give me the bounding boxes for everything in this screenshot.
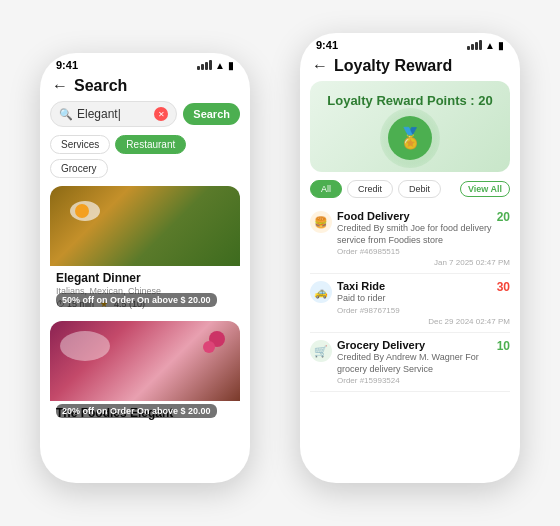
tx-order-taxi: Order #98767159 (337, 306, 400, 315)
search-input[interactable]: Elegant| (77, 107, 150, 121)
signal-icon (197, 60, 212, 70)
transaction-grocery[interactable]: 🛒 Grocery Delivery Credited By Andrew M.… (310, 333, 510, 392)
tx-amount-food: 20 (497, 210, 510, 224)
tx-icon-grocery: 🛒 (310, 340, 332, 362)
food-image-1 (50, 186, 240, 266)
food-image-2 (50, 321, 240, 401)
tx-desc-food: Credited By smith Joe for food delivery … (337, 223, 497, 246)
tx-order-grocery: Order #15993524 (337, 376, 497, 385)
wifi-icon: ▲ (215, 60, 225, 71)
tx-desc-taxi: Paid to rider (337, 293, 400, 305)
filter-chip-grocery[interactable]: Grocery (50, 159, 108, 178)
status-bar-left: 9:41 ▲ ▮ (40, 53, 250, 73)
tx-desc-grocery: Credited By Andrew M. Wagner For grocery… (337, 352, 497, 375)
tx-amount-taxi: 30 (497, 280, 510, 294)
food-card-2[interactable]: 20% off on Order On above $ 20.00 The Fo… (50, 321, 240, 424)
search-bar: 🔍 Elegant| ✕ Search (50, 101, 240, 127)
back-button-right[interactable]: ← (312, 57, 328, 75)
tab-row: All Credit Debit View All (300, 180, 520, 204)
clear-button[interactable]: ✕ (154, 107, 168, 121)
tx-date-food: Jan 7 2025 02:47 PM (310, 258, 510, 267)
transaction-list: 🍔 Food Delivery Credited By smith Joe fo… (300, 204, 520, 392)
right-header: ← Loyalty Reward (300, 53, 520, 81)
tx-amount-grocery: 10 (497, 339, 510, 353)
tx-icon-taxi: 🚕 (310, 281, 332, 303)
search-icon: 🔍 (59, 108, 73, 121)
loyalty-banner: Loyalty Reward Points : 20 🏅 (310, 81, 510, 172)
food-badge-1: 50% off on Order On above $ 20.00 (56, 293, 217, 307)
food-card-1[interactable]: 50% off on Order On above $ 20.00 Elegan… (50, 186, 240, 313)
tx-order-food: Order #46985515 (337, 247, 497, 256)
page-title-right: Loyalty Reward (334, 57, 452, 75)
reward-icon: 🏅 (388, 116, 432, 160)
filter-chip-restaurant[interactable]: Restaurant (115, 135, 186, 154)
battery-icon-right: ▮ (498, 40, 504, 51)
tx-left-taxi: 🚕 Taxi Ride Paid to rider Order #9876715… (310, 280, 400, 315)
tx-category-food: Food Delivery (337, 210, 497, 222)
left-phone: 9:41 ▲ ▮ ← Search 🔍 Elegant| ✕ (40, 53, 250, 483)
wifi-icon-right: ▲ (485, 40, 495, 51)
tab-credit[interactable]: Credit (347, 180, 393, 198)
food-name-1: Elegant Dinner (56, 271, 234, 285)
page-title-left: Search (74, 77, 127, 95)
food-badge-2: 20% off on Order On above $ 20.00 (56, 404, 217, 418)
tx-date-taxi: Dec 29 2024 02:47 PM (310, 317, 510, 326)
reward-rays (380, 108, 440, 168)
tx-category-taxi: Taxi Ride (337, 280, 400, 292)
status-icons-right: ▲ ▮ (467, 40, 504, 51)
transaction-food[interactable]: 🍔 Food Delivery Credited By smith Joe fo… (310, 204, 510, 274)
search-button[interactable]: Search (183, 103, 240, 125)
view-all-button[interactable]: View All (460, 181, 510, 197)
battery-icon: ▮ (228, 60, 234, 71)
status-icons-left: ▲ ▮ (197, 60, 234, 71)
tab-group: All Credit Debit (310, 180, 441, 198)
tx-icon-food: 🍔 (310, 211, 332, 233)
tab-debit[interactable]: Debit (398, 180, 441, 198)
time-right: 9:41 (316, 39, 338, 51)
time-left: 9:41 (56, 59, 78, 71)
search-input-wrap[interactable]: 🔍 Elegant| ✕ (50, 101, 177, 127)
signal-icon-right (467, 40, 482, 50)
left-header: ← Search (40, 73, 250, 101)
tx-left-food: 🍔 Food Delivery Credited By smith Joe fo… (310, 210, 497, 256)
filter-chip-services[interactable]: Services (50, 135, 110, 154)
back-button-left[interactable]: ← (52, 77, 68, 95)
right-phone: 9:41 ▲ ▮ ← Loyalty Reward Loyalty Reward… (300, 33, 520, 483)
tx-left-grocery: 🛒 Grocery Delivery Credited By Andrew M.… (310, 339, 497, 385)
tab-all[interactable]: All (310, 180, 342, 198)
transaction-taxi[interactable]: 🚕 Taxi Ride Paid to rider Order #9876715… (310, 274, 510, 333)
status-bar-right: 9:41 ▲ ▮ (300, 33, 520, 53)
loyalty-points-text: Loyalty Reward Points : 20 (322, 93, 498, 108)
tx-category-grocery: Grocery Delivery (337, 339, 497, 351)
filter-chips: Services Restaurant Grocery (40, 135, 250, 186)
